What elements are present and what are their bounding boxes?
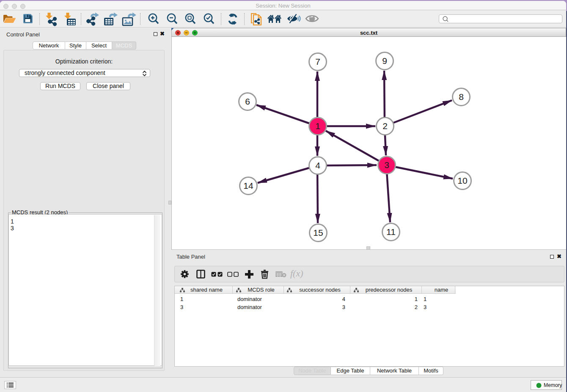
svg-text:7: 7	[315, 57, 320, 66]
svg-text:3: 3	[384, 160, 389, 170]
svg-text:6: 6	[245, 97, 250, 106]
svg-text:11: 11	[386, 227, 396, 237]
svg-text:14: 14	[243, 181, 253, 190]
svg-text:4: 4	[315, 160, 320, 170]
svg-text:10: 10	[457, 176, 467, 185]
svg-text:2: 2	[383, 121, 388, 131]
svg-text:1: 1	[315, 121, 320, 131]
svg-text:9: 9	[382, 56, 387, 66]
svg-text:15: 15	[313, 228, 323, 237]
svg-text:8: 8	[459, 92, 464, 102]
